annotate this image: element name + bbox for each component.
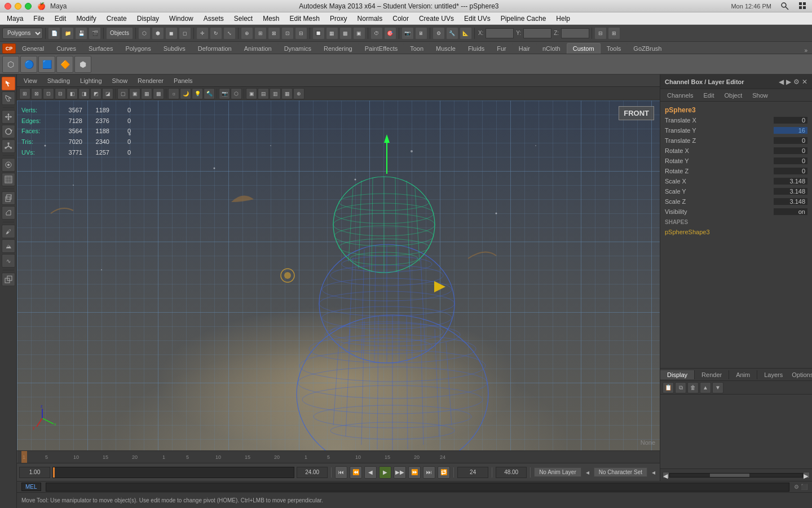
tab-general[interactable]: General — [16, 43, 50, 54]
soft-sel[interactable] — [2, 158, 15, 172]
menu-normals[interactable]: Normals — [353, 14, 387, 24]
sculpt-tool[interactable]: ⛰ — [2, 239, 15, 253]
tab-ncloth[interactable]: nCloth — [536, 43, 567, 54]
shelf-icon-3[interactable]: 🟦 — [38, 56, 55, 73]
rotate-tool[interactable]: ↻ — [210, 27, 222, 40]
extra-btn1[interactable]: ⊟ — [594, 27, 607, 40]
menu-create-uvs[interactable]: Create UVs — [414, 14, 458, 24]
vt-panel3[interactable]: ▥ — [270, 88, 281, 99]
vp-menu-renderer[interactable]: Renderer — [133, 76, 168, 85]
vt-btn6[interactable]: ◨ — [78, 88, 90, 99]
tab-surfaces[interactable]: Surfaces — [82, 43, 119, 54]
layer-up-btn[interactable]: ▲ — [700, 382, 711, 393]
maximize-button[interactable] — [25, 3, 32, 10]
range-end-field[interactable] — [297, 467, 328, 478]
z-input[interactable] — [561, 28, 589, 38]
vp-menu-panels[interactable]: Panels — [169, 76, 197, 85]
vt-shading3[interactable]: ▦ — [141, 88, 152, 99]
select-tool[interactable] — [2, 77, 15, 90]
vt-shading1[interactable]: ▢ — [117, 88, 129, 99]
tab-polygons[interactable]: Polygons — [119, 43, 157, 54]
layer-tab-anim[interactable]: Anim — [729, 370, 757, 379]
vt-btn1[interactable]: ⊞ — [19, 88, 30, 99]
cb-icon-back[interactable]: ◀ — [779, 78, 784, 86]
layer-tab-display[interactable]: Display — [660, 370, 695, 379]
bevel-tool[interactable] — [2, 206, 15, 220]
vt-shading2[interactable]: ▣ — [129, 88, 140, 99]
cb-icon-settings[interactable]: ⚙ — [793, 78, 800, 86]
prev-frame-btn[interactable]: ◀ — [364, 466, 377, 479]
render-btn1[interactable]: 🔲 — [312, 27, 325, 40]
snap-btn4[interactable]: ⊡ — [281, 27, 294, 40]
tab-curves[interactable]: Curves — [50, 43, 82, 54]
shelf-expand-btn[interactable]: » — [802, 47, 810, 54]
cb-icon-forward[interactable]: ▶ — [786, 78, 791, 86]
vt-shading4[interactable]: ▩ — [153, 88, 164, 99]
current-frame-field[interactable] — [457, 467, 488, 478]
menu-pipeline-cache[interactable]: Pipeline Cache — [496, 14, 551, 24]
render-btn2[interactable]: ▦ — [326, 27, 338, 40]
tab-fur[interactable]: Fur — [491, 43, 513, 54]
mode-selector[interactable]: Polygons — [2, 28, 43, 39]
go-start-btn[interactable]: ⏮ — [335, 466, 347, 479]
layers-menu[interactable]: Layers — [760, 371, 787, 378]
cb-attr-rotate-y[interactable]: Rotate Y 0 — [663, 156, 810, 166]
cb-attr-visibility[interactable]: Visibility on — [663, 207, 810, 217]
menu-mesh[interactable]: Mesh — [258, 14, 284, 24]
layer-del-btn[interactable]: 🗑 — [687, 382, 699, 393]
view-cube[interactable] — [2, 273, 15, 286]
cb-attr-rotate-z[interactable]: Rotate Z 0 — [663, 166, 810, 176]
layer-new-btn[interactable]: 📋 — [663, 382, 674, 393]
extra-btn2[interactable]: ⊞ — [608, 27, 620, 40]
vt-snap1[interactable]: ⊕ — [293, 88, 304, 99]
extrude-tool[interactable] — [2, 191, 15, 205]
tab-deformation[interactable]: Deformation — [192, 43, 238, 54]
vt-panel2[interactable]: ▤ — [258, 88, 269, 99]
tab-painteffects[interactable]: PaintEffects — [359, 43, 404, 54]
open-btn[interactable]: 📁 — [61, 27, 74, 40]
grid-icon[interactable] — [798, 2, 807, 11]
objects-btn[interactable]: Objects — [106, 27, 133, 40]
ipr-btn[interactable]: 🖥 — [415, 27, 427, 40]
select-tool-3[interactable]: ◼ — [165, 27, 178, 40]
layer-scroll-left[interactable]: ◀ — [663, 472, 669, 479]
move-lasso[interactable] — [2, 91, 15, 105]
options-menu[interactable]: Options — [787, 371, 812, 378]
select-tool-4[interactable]: ◻ — [179, 27, 191, 40]
tab-tools[interactable]: Tools — [601, 43, 628, 54]
misc-btn2[interactable]: 🔧 — [446, 27, 458, 40]
anim-layer-dropdown[interactable]: No Anim Layer — [534, 467, 581, 477]
vt-light3[interactable]: 💡 — [192, 88, 203, 99]
vt-panel4[interactable]: ▦ — [281, 88, 293, 99]
cb-attr-translate-x[interactable]: Translate X 0 — [663, 115, 810, 125]
menu-window[interactable]: Window — [165, 14, 198, 24]
snap-btn2[interactable]: ⊞ — [254, 27, 267, 40]
shelf-cp-btn[interactable]: CP — [2, 43, 16, 54]
vt-btn2[interactable]: ⊠ — [31, 88, 42, 99]
vp-menu-lighting[interactable]: Lighting — [76, 76, 107, 85]
next-frame-btn[interactable]: ▶▶ — [394, 466, 406, 479]
menu-color[interactable]: Color — [388, 14, 413, 24]
cb-attr-rotate-x[interactable]: Rotate X 0 — [663, 146, 810, 156]
scene-btn[interactable]: 🎬 — [89, 27, 101, 40]
vt-btn3[interactable]: ⊡ — [43, 88, 54, 99]
tab-rendering[interactable]: Rendering — [317, 43, 359, 54]
search-icon[interactable] — [780, 2, 789, 11]
play-btn[interactable]: ▶ — [379, 466, 391, 479]
vt-light4[interactable]: 🔦 — [204, 88, 215, 99]
layer-scroll-right[interactable]: ▶ — [803, 472, 810, 479]
hair-tool[interactable]: ∿ — [2, 254, 15, 268]
tab-fluids[interactable]: Fluids — [462, 43, 491, 54]
cb-tab-edit[interactable]: Edit — [699, 91, 718, 100]
step-back-btn[interactable]: ⏪ — [350, 466, 362, 479]
cb-attr-scale-z[interactable]: Scale Z 3.148 — [663, 196, 810, 207]
paint-tool[interactable]: 🖌 — [2, 225, 15, 238]
tab-dynamics[interactable]: Dynamics — [278, 43, 317, 54]
cb-attr-scale-y[interactable]: Scale Y 3.148 — [663, 186, 810, 196]
vp-menu-show[interactable]: Show — [108, 76, 133, 85]
menu-create[interactable]: Create — [102, 14, 131, 24]
menu-edit-uvs[interactable]: Edit UVs — [460, 14, 495, 24]
layer-scrollbar-thumb[interactable] — [710, 474, 750, 477]
render-view-btn[interactable]: 📷 — [401, 27, 414, 40]
timeline-ruler[interactable]: 1 5 10 15 20 1 5 10 15 20 1 5 10 — [17, 450, 660, 463]
